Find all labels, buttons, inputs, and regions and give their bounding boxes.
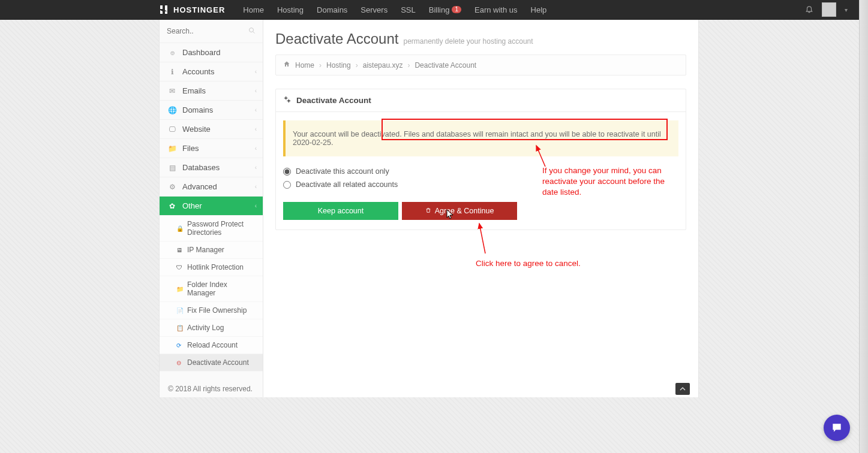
chevron-left-icon: ‹ <box>255 145 257 152</box>
subitem-label: Password Protect Directories <box>187 220 257 237</box>
sidebar-item-dashboard[interactable]: ⌾Dashboard <box>160 43 263 62</box>
breadcrumb: Home › Hosting › aistepau.xyz › Deactiva… <box>275 55 686 76</box>
trash-icon <box>425 207 431 215</box>
sidebar-label: Files <box>182 144 199 153</box>
sidebar-item-databases[interactable]: ▤Databases‹ <box>160 158 263 177</box>
browser-scrollbar[interactable] <box>859 0 868 453</box>
sidebar: ⌾Dashboard ℹAccounts‹ ✉Emails‹ 🌐Domains‹… <box>159 20 263 397</box>
deactivate-panel: Deactivate Account Your account will be … <box>275 89 686 230</box>
sidebar-item-advanced[interactable]: ⚙Advanced‹ <box>160 177 263 197</box>
folder-icon: 📁 <box>167 144 178 153</box>
footer-text: © 2018 All rights reserved. <box>168 385 253 393</box>
lock-icon: 🔒 <box>176 225 184 232</box>
deactivate-notice: Your account will be deactivated. Files … <box>283 120 678 156</box>
subitem-ip-manager[interactable]: 🖥IP Manager <box>160 241 263 259</box>
sidebar-item-accounts[interactable]: ℹAccounts‹ <box>160 62 263 81</box>
subitem-reload-account[interactable]: ⟳Reload Account <box>160 337 263 354</box>
scroll-to-top-button[interactable] <box>675 383 690 395</box>
search-input[interactable] <box>167 27 239 35</box>
sidebar-item-files[interactable]: 📁Files‹ <box>160 139 263 158</box>
sidebar-label: Databases <box>182 163 220 172</box>
subitem-label: Hotlink Protection <box>187 263 244 271</box>
sidebar-label: Advanced <box>182 182 217 191</box>
subitem-label: Activity Log <box>187 324 224 332</box>
sidebar-label: Domains <box>182 105 213 114</box>
sidebar-item-website[interactable]: 🖵Website‹ <box>160 120 263 139</box>
subitem-fix-file-ownership[interactable]: 📄Fix File Ownership <box>160 302 263 319</box>
subitem-label: Deactivate Account <box>187 358 249 367</box>
user-avatar[interactable] <box>822 2 836 17</box>
chevron-left-icon: ‹ <box>255 126 257 132</box>
user-menu-chevron-icon[interactable]: ▾ <box>845 7 848 13</box>
sidebar-label: Other <box>182 201 202 210</box>
chat-widget-button[interactable] <box>824 415 850 441</box>
subitem-password-protect[interactable]: 🔒Password Protect Directories <box>160 216 263 241</box>
radio-deactivate-this-only[interactable]: Deactivate this account only <box>283 167 678 176</box>
panel-title-text: Deactivate Account <box>296 96 371 105</box>
crumb-domain[interactable]: aistepau.xyz <box>363 61 403 70</box>
gear-icon: ✿ <box>167 202 178 210</box>
radio-deactivate-all-related[interactable]: Deactivate all related accounts <box>283 180 678 189</box>
nav-hosting[interactable]: Hosting <box>277 5 304 14</box>
annotation-agree-text: Click here to agree to cancel. <box>476 258 581 269</box>
chevron-left-icon: ‹ <box>255 107 257 113</box>
sidebar-label: Emails <box>182 86 206 95</box>
svg-point-3 <box>288 100 290 102</box>
chevron-left-icon: ‹ <box>255 68 257 75</box>
gauge-icon: ⌾ <box>167 49 178 57</box>
radio-label: Deactivate this account only <box>296 167 389 176</box>
chevron-left-icon: ‹ <box>255 183 257 190</box>
home-icon <box>283 61 290 70</box>
server-icon: 🖥 <box>176 247 184 253</box>
keep-account-button[interactable]: Keep account <box>283 202 398 220</box>
nav-earn[interactable]: Earn with us <box>474 5 518 14</box>
sidebar-item-emails[interactable]: ✉Emails‹ <box>160 81 263 101</box>
info-icon: ℹ <box>167 68 178 76</box>
hostinger-logo-icon <box>159 5 169 14</box>
crumb-hosting[interactable]: Hosting <box>326 61 351 70</box>
sidebar-label: Accounts <box>182 67 214 76</box>
sidebar-search[interactable] <box>160 20 263 43</box>
subitem-activity-log[interactable]: 📋Activity Log <box>160 319 263 337</box>
nav-servers[interactable]: Servers <box>361 5 388 14</box>
shield-icon: 🛡 <box>176 264 184 271</box>
chevron-right-icon: › <box>407 61 410 70</box>
sidebar-label: Dashboard <box>182 48 221 57</box>
page-subtitle: permanently delete your hosting account <box>403 37 533 46</box>
brand-logo-area[interactable]: HOSTINGER <box>159 5 225 14</box>
chevron-left-icon: ‹ <box>255 164 257 171</box>
agree-continue-button[interactable]: Agree & Continue <box>402 202 517 220</box>
crumb-home[interactable]: Home <box>295 61 314 70</box>
chevron-right-icon: › <box>319 61 322 70</box>
minus-circle-icon: ⊖ <box>176 360 184 366</box>
notice-text: Your account will be deactivated. Files … <box>293 130 661 147</box>
nav-billing[interactable]: Billing1 <box>429 5 461 14</box>
globe-icon: 🌐 <box>167 106 178 114</box>
billing-badge: 1 <box>452 6 461 13</box>
notifications-bell-icon[interactable] <box>805 5 813 15</box>
nav-home[interactable]: Home <box>243 5 264 14</box>
chevron-left-icon: ‹ <box>255 87 257 94</box>
radio-input[interactable] <box>283 181 291 189</box>
subitem-folder-index[interactable]: 📁Folder Index Manager <box>160 276 263 302</box>
envelope-icon: ✉ <box>167 87 178 95</box>
svg-point-0 <box>250 28 254 32</box>
top-navbar: HOSTINGER Home Hosting Domains Servers S… <box>0 0 868 20</box>
nav-ssl[interactable]: SSL <box>401 5 416 14</box>
svg-line-1 <box>253 31 255 33</box>
gears-icon <box>283 95 292 105</box>
page-title: Deactivate Account permanently delete yo… <box>275 31 686 47</box>
sidebar-item-other[interactable]: ✿Other‹ <box>160 197 263 216</box>
nav-help[interactable]: Help <box>531 5 547 14</box>
subitem-deactivate-account[interactable]: ⊖Deactivate Account <box>160 354 263 372</box>
subitem-hotlink-protection[interactable]: 🛡Hotlink Protection <box>160 259 263 276</box>
footer: © 2018 All rights reserved. <box>159 380 699 398</box>
crumb-current: Deactivate Account <box>415 61 476 70</box>
radio-input[interactable] <box>283 168 291 176</box>
sidebar-label: Website <box>182 125 211 134</box>
sidebar-item-domains[interactable]: 🌐Domains‹ <box>160 101 263 120</box>
sidebar-other-submenu: 🔒Password Protect Directories 🖥IP Manage… <box>160 216 263 372</box>
nav-domains[interactable]: Domains <box>317 5 347 14</box>
chevron-right-icon: › <box>356 61 358 70</box>
subitem-label: Reload Account <box>187 341 238 349</box>
